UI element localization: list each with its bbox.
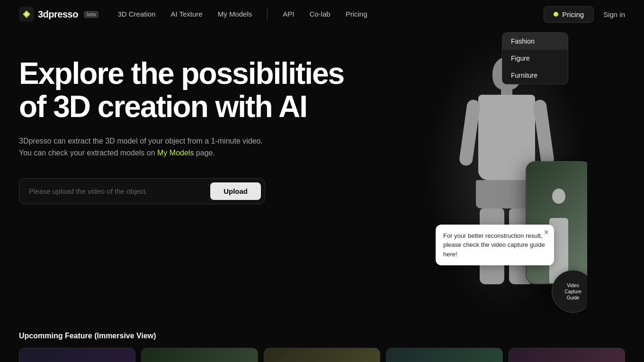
hero-title: Explore the possibilities of 3D creation… xyxy=(19,57,350,124)
preview-card-1 xyxy=(19,348,135,362)
preview-card-5 xyxy=(509,348,625,362)
bottom-section: Upcomming Feature (Immersive View) xyxy=(0,322,644,362)
upload-placeholder: Please upload the video of the object. xyxy=(29,187,206,195)
phone-overlay xyxy=(526,161,587,284)
preview-card-3 xyxy=(264,348,380,362)
pricing-button[interactable]: Pricing xyxy=(544,6,594,23)
nav-item-ai-texture[interactable]: AI Texture xyxy=(170,10,202,18)
upcoming-title: Upcomming Feature (Immersive View) xyxy=(19,332,625,340)
mannequin-arm-left xyxy=(458,99,481,167)
category-dropdown: Fashion Figure Furniture xyxy=(502,32,568,84)
video-capture-guide-button[interactable]: Video Capture Guide xyxy=(552,270,587,313)
nav-links: 3D Creation AI Texture My Models API Co-… xyxy=(117,9,367,20)
sign-in-button[interactable]: Sign in xyxy=(603,10,625,18)
my-models-link[interactable]: My Models xyxy=(157,149,194,157)
phone-figure-head xyxy=(552,189,565,204)
nav-item-my-models[interactable]: My Models xyxy=(218,10,252,18)
hero-subtitle: 3Dpresso can extract the 3D model of you… xyxy=(19,135,284,159)
navbar: 3dpresso beta 3D Creation AI Texture My … xyxy=(0,0,644,28)
pricing-dot-icon xyxy=(554,12,558,17)
preview-grid xyxy=(19,348,625,362)
nav-item-pricing[interactable]: Pricing xyxy=(346,10,367,18)
logo-text: 3dpresso xyxy=(38,9,78,20)
logo-badge: beta xyxy=(84,11,98,18)
dropdown-item-furniture[interactable]: Furniture xyxy=(502,67,568,84)
tooltip-close-button[interactable]: ✕ xyxy=(544,228,549,236)
left-content: Explore the possibilities of 3D creation… xyxy=(19,47,350,322)
nav-item-api[interactable]: API xyxy=(283,10,294,18)
tooltip-card: ✕ For your better reconstruction result,… xyxy=(436,225,554,266)
nav-item-3d-creation[interactable]: 3D Creation xyxy=(117,10,155,18)
preview-card-2 xyxy=(141,348,258,362)
nav-right: Pricing Sign in xyxy=(544,6,625,23)
nav-left: 3dpresso beta 3D Creation AI Texture My … xyxy=(19,7,367,22)
nav-divider xyxy=(267,9,268,20)
right-content: Video Capture Guide ✕ For your better re… xyxy=(350,47,625,322)
logo[interactable]: 3dpresso beta xyxy=(19,7,98,22)
nav-item-co-lab[interactable]: Co-lab xyxy=(309,10,330,18)
upload-button[interactable]: Upload xyxy=(210,182,261,200)
upload-area: Please upload the video of the object. U… xyxy=(19,178,265,204)
dropdown-item-fashion[interactable]: Fashion xyxy=(502,33,568,50)
logo-icon xyxy=(19,7,34,22)
preview-card-4 xyxy=(386,348,502,362)
mannequin-arm-right xyxy=(532,99,555,167)
dropdown-item-figure[interactable]: Figure xyxy=(502,50,568,67)
